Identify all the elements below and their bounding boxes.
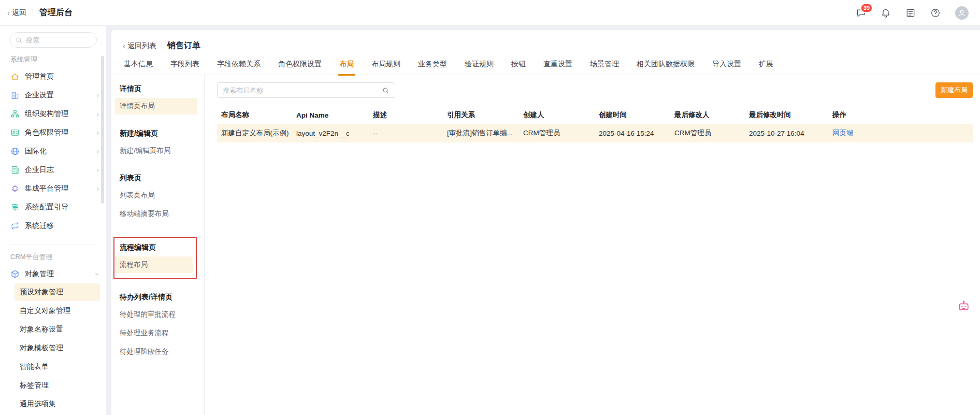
layout-table: 布局名称Api Name描述引用关系创建人创建时间最后修改人最后修改时间操作 新… (217, 106, 973, 142)
idcard-icon (10, 128, 20, 137)
layout-search[interactable] (217, 82, 395, 98)
layout-search-input[interactable] (223, 87, 382, 94)
message-icon[interactable]: 39 (856, 8, 866, 18)
sidebar-item[interactable]: 角色权限管理› (0, 123, 106, 142)
submenu-item[interactable]: 待处理的审批流程 (115, 306, 197, 323)
tab[interactable]: 字段依赖关系 (217, 60, 261, 75)
submenu-item[interactable]: 移动端摘要布局 (115, 206, 197, 222)
tab[interactable]: 查重设置 (543, 60, 572, 75)
submenu-group-title: 详情页 (120, 84, 197, 94)
tab[interactable]: 按钮 (511, 60, 526, 75)
chevron-left-icon: ‹ (123, 41, 125, 50)
chevron-right-icon: › (96, 128, 99, 137)
app-body: 系统管理管理首页企业设置›组织架构管理›角色权限管理›国际化›企业日志›集成平台… (0, 26, 980, 415)
column-header: Api Name (292, 111, 369, 119)
column-header: 描述 (369, 110, 443, 120)
tab[interactable]: 角色权限设置 (278, 60, 322, 75)
sidebar-item-label: 系统配置引导 (25, 203, 68, 212)
submenu-group: 待办列表/详情页待处理的审批流程待处理业务流程待处理阶段任务 (120, 293, 197, 360)
submenu-item[interactable]: 详情页布局 (115, 98, 197, 115)
tab[interactable]: 相关团队数据权限 (637, 60, 695, 75)
chevron-right-icon: › (96, 147, 99, 155)
app-title: 管理后台 (39, 7, 73, 18)
sidebar-item-label: 角色权限管理 (25, 128, 68, 137)
sidebar-item[interactable]: 管理首页 (0, 67, 106, 86)
sidebar-item[interactable]: 系统迁移 (0, 217, 106, 235)
tab[interactable]: 验证规则 (465, 60, 494, 75)
submenu-item[interactable]: 流程布局 (115, 256, 193, 273)
globe-icon (10, 147, 20, 156)
search-icon (382, 87, 390, 94)
sidebar-item-label: 企业日志 (25, 165, 54, 175)
column-header: 创建人 (519, 110, 595, 120)
tab[interactable]: 导入设置 (712, 60, 741, 75)
chevron-right-icon: › (96, 110, 99, 118)
tab[interactable]: 扩展 (759, 60, 773, 75)
sidebar-item-label: 组织架构管理 (25, 109, 68, 119)
feedback-icon[interactable] (905, 8, 916, 18)
tab[interactable]: 布局 (339, 60, 354, 75)
chevron-down-icon: › (94, 273, 102, 276)
submenu-item[interactable]: 新建/编辑页布局 (115, 142, 197, 159)
sidebar-item[interactable]: 国际化› (0, 142, 106, 161)
divider (162, 42, 162, 50)
table-cell-api_name: layout_v2F2n__c (292, 130, 369, 137)
notification-badge: 39 (860, 3, 873, 13)
tab[interactable]: 字段列表 (170, 60, 199, 75)
sidebar-item[interactable]: 集成平台管理› (0, 179, 106, 198)
search-icon (15, 36, 23, 44)
divider (33, 9, 33, 17)
avatar[interactable] (955, 6, 969, 20)
back-to-list-button[interactable]: ‹ 返回列表 (123, 41, 156, 51)
sidebar-subitem[interactable]: 智能表单 (15, 358, 100, 376)
column-header: 创建时间 (595, 110, 670, 120)
submenu-item[interactable]: 列表页布局 (115, 187, 197, 204)
layout-submenu: 详情页详情页布局新建/编辑页新建/编辑页布局列表页列表页布局移动端摘要布局流程编… (111, 75, 205, 415)
tab[interactable]: 业务类型 (418, 60, 447, 75)
sidebar-subitem[interactable]: 自定义对象管理 (15, 302, 100, 320)
divider (10, 245, 96, 245)
sidebar-search-input[interactable] (26, 36, 91, 44)
help-icon[interactable] (930, 8, 941, 18)
tab[interactable]: 场景管理 (590, 60, 619, 75)
tab[interactable]: 布局规则 (371, 60, 400, 75)
sidebar-scrollbar[interactable] (101, 56, 104, 204)
sidebar-subitem[interactable]: 对象名称设置 (15, 321, 100, 338)
sidebar-item[interactable]: 系统配置引导 (0, 198, 106, 217)
table-row: 新建自定义布局(示例)layout_v2F2n__c--[审批流]销售订单编..… (217, 124, 973, 142)
sidebar-search[interactable] (9, 32, 97, 48)
back-to-list-label: 返回列表 (127, 41, 156, 51)
web-link[interactable]: 网页端 (832, 129, 854, 137)
sidebar-item[interactable]: 企业设置› (0, 86, 106, 105)
chevron-left-icon: ‹ (7, 8, 10, 17)
bell-icon[interactable] (881, 8, 891, 18)
table-cell-description: -- (369, 130, 443, 137)
submenu-group-title: 流程编辑页 (120, 243, 193, 252)
back-button[interactable]: ‹ 返回 (7, 8, 26, 18)
sidebar-item[interactable]: 组织架构管理› (0, 105, 106, 123)
tab[interactable]: 基本信息 (124, 60, 153, 75)
building-icon (10, 91, 20, 100)
sidebar-subitem[interactable]: 标签管理 (15, 377, 100, 394)
submenu-group-title: 列表页 (120, 174, 197, 183)
column-header: 最后修改人 (670, 110, 745, 120)
migrate-icon (10, 221, 20, 231)
sidebar-item-label: 集成平台管理 (25, 184, 68, 193)
topbar-actions: 39 (856, 6, 970, 20)
sidebar-menu: 系统管理管理首页企业设置›组织架构管理›角色权限管理›国际化›企业日志›集成平台… (0, 55, 106, 413)
sidebar-item-label: 对象管理 (25, 269, 54, 279)
guide-icon (10, 203, 20, 212)
table-header-row: 布局名称Api Name描述引用关系创建人创建时间最后修改人最后修改时间操作 (217, 106, 973, 124)
sidebar-subitem[interactable]: 预设对象管理 (15, 283, 100, 301)
new-layout-button[interactable]: 新建布局 (935, 82, 973, 98)
assistant-robot-icon[interactable] (957, 299, 971, 313)
sidebar-subitem[interactable]: 对象模板管理 (15, 339, 100, 357)
submenu-item[interactable]: 待处理业务流程 (115, 325, 197, 341)
submenu-group: 新建/编辑页新建/编辑页布局 (120, 129, 197, 159)
sidebar-item[interactable]: 企业日志› (0, 161, 106, 179)
cube-icon (10, 269, 20, 279)
page-title: 销售订单 (167, 40, 200, 51)
sidebar-item[interactable]: 对象管理› (0, 265, 106, 283)
sidebar-subitem[interactable]: 通用选项集 (15, 395, 100, 413)
submenu-item[interactable]: 待处理阶段任务 (115, 344, 197, 360)
